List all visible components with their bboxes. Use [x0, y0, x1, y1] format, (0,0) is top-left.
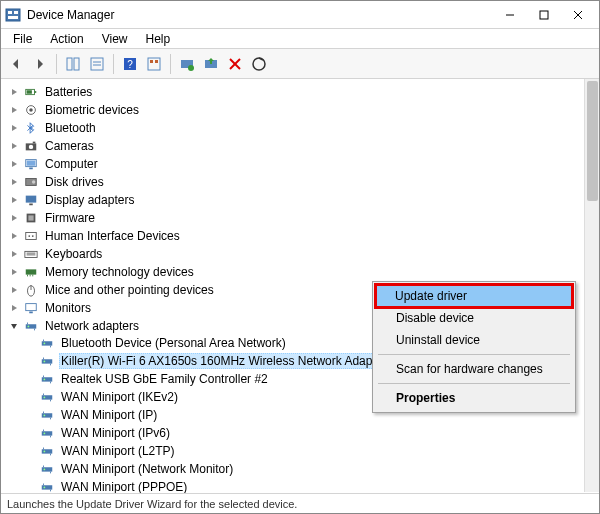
menu-file[interactable]: File: [5, 30, 40, 48]
update-driver-toolbar-button[interactable]: [200, 53, 222, 75]
category-label[interactable]: Monitors: [43, 301, 93, 315]
device-label[interactable]: WAN Miniport (IPv6): [59, 426, 172, 440]
back-button[interactable]: [5, 53, 27, 75]
svg-rect-31: [33, 142, 36, 144]
category-label[interactable]: Memory technology devices: [43, 265, 196, 279]
category-label[interactable]: Batteries: [43, 85, 94, 99]
tree-category-row[interactable]: Keyboards: [9, 246, 597, 262]
tree-category-row[interactable]: Human Interface Devices: [9, 228, 597, 244]
forward-button[interactable]: [29, 53, 51, 75]
collapse-icon[interactable]: [9, 321, 19, 331]
expand-icon[interactable]: [9, 249, 19, 259]
category-label[interactable]: Display adapters: [43, 193, 136, 207]
close-button[interactable]: [561, 4, 595, 26]
camera-icon: [23, 139, 39, 153]
menu-view[interactable]: View: [94, 30, 136, 48]
expand-icon[interactable]: [9, 123, 19, 133]
category-label[interactable]: Firmware: [43, 211, 97, 225]
scrollbar-thumb[interactable]: [587, 81, 598, 201]
menu-separator: [378, 354, 570, 355]
category-label[interactable]: Biometric devices: [43, 103, 141, 117]
toolbar-separator: [113, 54, 114, 74]
hid-icon: [23, 229, 39, 243]
expand-icon[interactable]: [9, 267, 19, 277]
expand-icon[interactable]: [9, 141, 19, 151]
context-menu-item[interactable]: Update driver: [374, 283, 574, 309]
expand-icon[interactable]: [9, 159, 19, 169]
spacer: [25, 428, 35, 438]
expand-icon[interactable]: [9, 105, 19, 115]
network-adapter-icon: [39, 354, 55, 368]
svg-rect-34: [29, 168, 33, 170]
tree-category-row[interactable]: Computer: [9, 156, 597, 172]
category-label[interactable]: Computer: [43, 157, 100, 171]
tree-category-row[interactable]: Cameras: [9, 138, 597, 154]
tree-device-row[interactable]: WAN Miniport (Network Monitor): [25, 461, 597, 477]
device-label[interactable]: WAN Miniport (Network Monitor): [59, 462, 235, 476]
menu-action[interactable]: Action: [42, 30, 91, 48]
expand-icon[interactable]: [9, 87, 19, 97]
device-label[interactable]: WAN Miniport (L2TP): [59, 444, 177, 458]
tree-device-row[interactable]: WAN Miniport (IPv6): [25, 425, 597, 441]
device-label[interactable]: WAN Miniport (IKEv2): [59, 390, 180, 404]
help-toolbar-button[interactable]: ?: [119, 53, 141, 75]
category-label[interactable]: Cameras: [43, 139, 96, 153]
device-label[interactable]: Bluetooth Device (Personal Area Network): [59, 336, 288, 350]
spacer: [25, 410, 35, 420]
network-adapter-icon: [39, 390, 55, 404]
context-menu-item[interactable]: Disable device: [376, 307, 572, 329]
context-menu-item[interactable]: Scan for hardware changes: [376, 358, 572, 380]
expand-icon[interactable]: [9, 303, 19, 313]
minimize-button[interactable]: [493, 4, 527, 26]
expand-icon[interactable]: [9, 195, 19, 205]
expand-icon[interactable]: [9, 285, 19, 295]
svg-rect-17: [155, 60, 158, 63]
category-label[interactable]: Network adapters: [43, 319, 141, 333]
disable-toolbar-button[interactable]: [248, 53, 270, 75]
category-label[interactable]: Mice and other pointing devices: [43, 283, 216, 297]
action-toolbar-button[interactable]: [143, 53, 165, 75]
tree-category-row[interactable]: Display adapters: [9, 192, 597, 208]
device-label[interactable]: WAN Miniport (PPPOE): [59, 480, 189, 493]
expand-icon[interactable]: [9, 231, 19, 241]
maximize-button[interactable]: [527, 4, 561, 26]
context-menu-item[interactable]: Uninstall device: [376, 329, 572, 351]
tree-category-row[interactable]: Disk drives: [9, 174, 597, 190]
category-label[interactable]: Keyboards: [43, 247, 104, 261]
tree-category-row[interactable]: Bluetooth: [9, 120, 597, 136]
network-adapter-icon: [39, 426, 55, 440]
category-label[interactable]: Disk drives: [43, 175, 106, 189]
tree-category-row[interactable]: Batteries: [9, 84, 597, 100]
category-label[interactable]: Human Interface Devices: [43, 229, 182, 243]
device-label[interactable]: Realtek USB GbE Family Controller #2: [59, 372, 270, 386]
properties-toolbar-button[interactable]: [86, 53, 108, 75]
svg-point-94: [44, 487, 46, 489]
svg-rect-53: [26, 304, 37, 311]
tree-category-row[interactable]: Firmware: [9, 210, 597, 226]
uninstall-toolbar-button[interactable]: [224, 53, 246, 75]
tree-category-row[interactable]: Biometric devices: [9, 102, 597, 118]
menu-separator: [378, 383, 570, 384]
tree-device-row[interactable]: WAN Miniport (PPPOE): [25, 479, 597, 493]
context-menu-item[interactable]: Properties: [376, 387, 572, 409]
show-hide-console-tree-button[interactable]: [62, 53, 84, 75]
tree-category-row[interactable]: Memory technology devices: [9, 264, 597, 280]
spacer: [25, 356, 35, 366]
svg-point-66: [44, 361, 46, 363]
device-label[interactable]: WAN Miniport (IP): [59, 408, 159, 422]
svg-rect-5: [540, 11, 548, 19]
svg-rect-55: [26, 324, 37, 328]
category-label[interactable]: Bluetooth: [43, 121, 98, 135]
svg-rect-75: [42, 413, 53, 417]
svg-rect-25: [35, 91, 37, 93]
expand-icon[interactable]: [9, 177, 19, 187]
menu-help[interactable]: Help: [138, 30, 179, 48]
device-manager-window: Device Manager File Action View Help ? B…: [0, 0, 600, 514]
svg-point-43: [32, 235, 34, 237]
vertical-scrollbar[interactable]: [584, 79, 599, 492]
svg-rect-16: [150, 60, 153, 63]
scan-hardware-button[interactable]: [176, 53, 198, 75]
tree-device-row[interactable]: WAN Miniport (L2TP): [25, 443, 597, 459]
expand-icon[interactable]: [9, 213, 19, 223]
svg-rect-26: [27, 90, 32, 94]
